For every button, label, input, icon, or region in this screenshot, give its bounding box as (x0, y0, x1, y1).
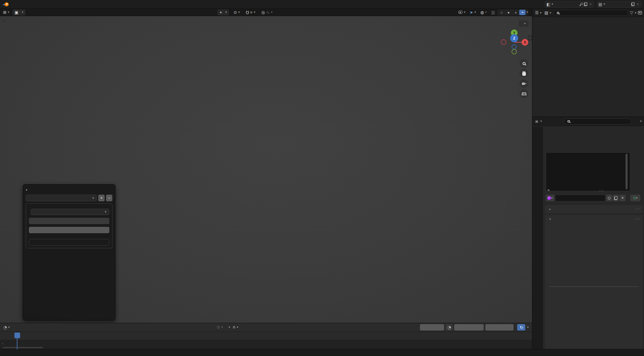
image-icon: ▤ (544, 11, 548, 15)
gizmo-axis-x[interactable]: X (522, 39, 528, 46)
grid-icon (522, 92, 527, 95)
remove-preset-button[interactable]: − (106, 195, 112, 201)
shading-wireframe-button[interactable]: ○ (498, 10, 504, 15)
shading-rendered-button[interactable]: ◓ (519, 10, 526, 15)
clock-icon: ◔ (3, 325, 7, 329)
col-range-dropdown[interactable]: ▾ (31, 209, 109, 215)
operator-options-box: ▾ (26, 203, 112, 248)
slot-expand-icon[interactable]: ► (548, 189, 550, 192)
surface-panel: ▾ ∷∷ (545, 215, 643, 349)
editor-timeline-button[interactable]: ◔▾ (3, 324, 10, 330)
filter-icon[interactable]: ▽ (630, 11, 633, 15)
channel-expander-icon[interactable]: › (2, 342, 3, 345)
blender-logo-icon[interactable] (3, 2, 9, 7)
outliner-search[interactable] (553, 10, 628, 16)
new-view-layer-icon[interactable] (631, 2, 635, 6)
slot-list-scrollbar[interactable] (626, 154, 628, 189)
current-frame-field[interactable] (420, 324, 444, 330)
panel-grip[interactable]: ∷∷ (636, 207, 640, 211)
view-layer-selector[interactable]: ▤ ▾ × (597, 1, 641, 8)
number-of-colors-field[interactable] (29, 227, 109, 233)
sync-mode-button[interactable]: ↻ (517, 324, 525, 330)
operator-panel-header[interactable]: ▾ (26, 186, 112, 194)
material-properties-box (29, 239, 109, 246)
disclosure-icon[interactable]: ▸ (548, 207, 552, 211)
new-collection-icon[interactable] (638, 11, 642, 14)
viewport-3d[interactable]: ▾ Y Z X ‹ ▾ ▾ + − (0, 16, 532, 323)
material-name-field[interactable] (555, 195, 605, 201)
properties-body: ► ∷∷ ▾ ◇ × ▽▾ ▸ ∷∷ ▾ ∷∷ (543, 126, 644, 349)
mode-dropdown[interactable]: ▣ ▾ (12, 9, 26, 15)
seed-field[interactable] (29, 218, 109, 224)
gizmo-axis-x-neg[interactable] (501, 39, 506, 45)
overlays-toggle[interactable]: ◍▾ (479, 9, 488, 15)
magnifier-icon (523, 62, 526, 65)
chevron-down-icon[interactable]: ▾ (540, 120, 542, 123)
shading-material-button[interactable]: ◑ (512, 10, 519, 15)
chevron-down-icon[interactable]: ▾ (603, 3, 605, 6)
sync-dropdown-icon[interactable]: ▾ (527, 326, 529, 329)
overlays-icon: ◍ (480, 10, 484, 14)
camera-view-button[interactable] (520, 79, 528, 88)
browse-material-button[interactable]: ▾ (546, 195, 554, 201)
zoom-button[interactable] (520, 59, 528, 68)
viewport-header: ⊞▾ ▣ ▾ ⌖ ▾ ⊙▾ Ω ⌗▾ ◎ ∿▾ ▾ ➤▾ ◍▾ ▥ ○ ● ◑ … (0, 9, 532, 16)
timeline-ruler[interactable] (0, 332, 532, 340)
add-preset-button[interactable]: + (98, 195, 105, 201)
editor-type-button[interactable]: ⊞▾ (1, 9, 11, 15)
sidebar-toggle[interactable]: ‹ (528, 35, 532, 41)
copy-material-button[interactable] (613, 195, 619, 201)
pan-button[interactable] (520, 69, 528, 78)
transform-orientation-dropdown[interactable]: ⌖ ▾ (217, 9, 229, 15)
properties-search[interactable] (564, 118, 631, 124)
visibility-dropdown[interactable]: ▾ (457, 9, 467, 15)
new-scene-icon[interactable] (584, 2, 587, 6)
navigation-gizmo[interactable]: Y Z X (499, 30, 531, 61)
disclosure-icon[interactable]: ▾ (548, 217, 552, 221)
options-button[interactable]: ▾ (519, 20, 529, 27)
frame-step-dropdown[interactable]: ▾ (229, 326, 230, 329)
pin-icon[interactable] (579, 3, 583, 6)
pivot-point-dropdown[interactable]: ⊙▾ (232, 9, 241, 15)
gizmo-axis-z-neg[interactable] (512, 44, 517, 49)
mesh-data-dropdown[interactable]: ▽▾ (630, 195, 640, 201)
gizmo-toggle[interactable]: ➤▾ (468, 9, 478, 15)
surface-panel-header[interactable]: ▾ ∷∷ (545, 215, 643, 223)
eye-icon (458, 11, 463, 14)
collapse-icon[interactable]: ▾ (26, 189, 28, 192)
scene-selector[interactable]: ◧ ▾ × (545, 1, 594, 8)
pivot-icon: ⊙ (233, 10, 237, 14)
end-frame-field[interactable] (485, 324, 514, 330)
outliner-display-mode[interactable]: ☰▾ (534, 10, 542, 16)
chevron-down-icon[interactable]: ▾ (552, 3, 553, 6)
gizmo-axis-y-neg[interactable] (512, 49, 517, 54)
close-icon[interactable]: × (589, 2, 592, 7)
shading-dropdown-icon[interactable]: ▾ (526, 11, 528, 14)
fake-user-button[interactable]: ◇ (606, 195, 612, 201)
preview-panel[interactable]: ▸ ∷∷ (545, 205, 643, 213)
properties-tab-rail (532, 127, 543, 349)
panel-grip[interactable]: ∷∷ (636, 217, 640, 221)
snapping-controls[interactable]: Ω ⌗▾ (244, 9, 257, 15)
proportional-editing-controls[interactable]: ◎ ∿▾ (260, 9, 274, 15)
gizmo-axis-z[interactable]: Z (510, 34, 518, 42)
playhead[interactable] (14, 333, 20, 338)
editor-properties-icon[interactable]: ≡ (535, 119, 538, 123)
perspective-toggle-button[interactable] (520, 89, 528, 98)
shading-solid-button[interactable]: ● (505, 10, 512, 15)
auto-keying-toggle[interactable]: ⊙▾ (216, 324, 224, 330)
outliner-mode-icon-button[interactable]: ▤▾ (544, 10, 552, 16)
orientation-icon: ⌖ (220, 10, 222, 14)
start-frame-field[interactable] (454, 324, 484, 330)
preview-range-button[interactable]: ◔ (446, 324, 452, 330)
timeline-scrollbar[interactable] (3, 347, 43, 348)
xray-toggle[interactable]: ▥ (489, 9, 496, 15)
properties-options-icon[interactable]: ▾ (640, 120, 642, 123)
operator-presets-dropdown[interactable]: ▾ (26, 195, 97, 201)
close-icon[interactable]: × (636, 2, 640, 7)
unlink-material-button[interactable]: × (620, 195, 626, 201)
loop-toggle[interactable]: ∩▾ (231, 324, 239, 330)
filter-dropdown-icon[interactable]: ▾ (635, 11, 636, 14)
timeline-channels[interactable] (0, 340, 532, 349)
list-resize-grip[interactable]: ∷∷ (599, 189, 604, 193)
